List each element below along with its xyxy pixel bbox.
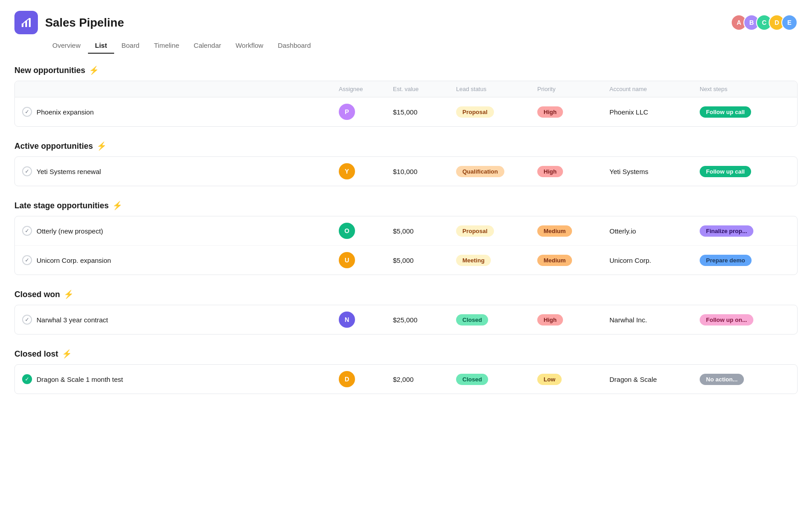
nav-calendar[interactable]: Calendar: [186, 38, 228, 53]
priority-badge: High: [537, 106, 563, 118]
assignee-avatar: O: [339, 223, 355, 239]
row-name: ✓ Unicorn Corp. expansion: [22, 255, 339, 265]
row-status: Proposal: [456, 106, 537, 118]
table-row[interactable]: ✓ Dragon & Scale 1 month test D $2,000 C…: [15, 365, 797, 394]
table-closed-lost: ✓ Dragon & Scale 1 month test D $2,000 C…: [14, 364, 798, 394]
status-badge: Proposal: [456, 225, 494, 237]
col-status: Lead status: [456, 86, 537, 92]
priority-badge: Medium: [537, 225, 572, 237]
priority-badge: High: [537, 314, 563, 325]
row-name: ✓ Dragon & Scale 1 month test: [22, 374, 339, 384]
section-closed-lost: Closed lost ⚡ ✓ Dragon & Scale 1 month t…: [14, 349, 798, 394]
assignee-avatar: N: [339, 312, 355, 328]
row-account: Unicorn Corp.: [609, 257, 700, 264]
table-row[interactable]: ✓ Otterly (new prospect) O $5,000 Propos…: [15, 216, 797, 246]
col-priority: Priority: [537, 86, 609, 92]
assignee-avatar: P: [339, 104, 355, 120]
row-value: $25,000: [393, 316, 456, 324]
page-header: Sales Pipeline A B C D E: [14, 11, 798, 34]
nav-workflow[interactable]: Workflow: [228, 38, 270, 53]
next-badge[interactable]: Follow up call: [700, 106, 751, 118]
row-priority: Low: [537, 374, 609, 385]
row-next: Finalize prop...: [700, 225, 790, 237]
row-name: ✓ Yeti Systems renewal: [22, 166, 339, 176]
nav-timeline[interactable]: Timeline: [147, 38, 186, 53]
row-value: $10,000: [393, 168, 456, 175]
next-badge[interactable]: Follow up on...: [700, 314, 753, 325]
section-title-closed-lost: Closed lost ⚡: [14, 349, 798, 359]
row-name: ✓ Otterly (new prospect): [22, 226, 339, 236]
status-badge: Qualification: [456, 166, 504, 177]
check-circle[interactable]: ✓: [22, 315, 32, 325]
nav-dashboard[interactable]: Dashboard: [271, 38, 318, 53]
col-name: [22, 86, 339, 92]
status-badge: Closed: [456, 374, 488, 385]
nav: Overview List Board Timeline Calendar Wo…: [45, 38, 798, 53]
check-circle[interactable]: ✓: [22, 255, 32, 265]
table-closed-won: ✓ Narwhal 3 year contract N $25,000 Clos…: [14, 305, 798, 335]
row-account: Yeti Systems: [609, 168, 700, 175]
row-priority: High: [537, 314, 609, 325]
app-title: Sales Pipeline: [45, 16, 124, 30]
nav-list[interactable]: List: [88, 38, 115, 53]
row-priority: Medium: [537, 255, 609, 266]
row-account: Dragon & Scale: [609, 376, 700, 383]
check-circle[interactable]: ✓: [22, 374, 32, 384]
section-title-late: Late stage opportunities ⚡: [14, 201, 798, 211]
nav-overview[interactable]: Overview: [45, 38, 88, 53]
row-assignee: D: [339, 371, 393, 387]
assignee-avatar: Y: [339, 163, 355, 179]
header-left: Sales Pipeline: [14, 11, 124, 34]
next-badge[interactable]: Follow up call: [700, 166, 751, 177]
table-row[interactable]: ✓ Phoenix expansion P $15,000 Proposal H…: [15, 97, 797, 126]
row-status: Closed: [456, 314, 537, 325]
check-circle[interactable]: ✓: [22, 226, 32, 236]
assignee-avatar: D: [339, 371, 355, 387]
lightning-icon: ⚡: [62, 349, 72, 359]
next-badge[interactable]: Finalize prop...: [700, 225, 753, 237]
row-assignee: O: [339, 223, 393, 239]
row-status: Proposal: [456, 225, 537, 237]
team-avatars: A B C D E: [731, 14, 798, 31]
table-row[interactable]: ✓ Yeti Systems renewal Y $10,000 Qualifi…: [15, 157, 797, 186]
col-assignee: Assignee: [339, 86, 393, 92]
row-name: ✓ Phoenix expansion: [22, 107, 339, 117]
row-next: Follow up call: [700, 166, 790, 177]
assignee-avatar: U: [339, 252, 355, 268]
lightning-icon: ⚡: [89, 65, 99, 75]
table-new-opportunities: Assignee Est. value Lead status Priority…: [14, 81, 798, 127]
section-title-active: Active opportunities ⚡: [14, 141, 798, 151]
col-next: Next steps: [700, 86, 790, 92]
table-active-opportunities: ✓ Yeti Systems renewal Y $10,000 Qualifi…: [14, 156, 798, 186]
main-content: New opportunities ⚡ Assignee Est. value …: [14, 65, 798, 394]
priority-badge: Low: [537, 374, 562, 385]
status-badge: Meeting: [456, 255, 491, 266]
table-row[interactable]: ✓ Unicorn Corp. expansion U $5,000 Meeti…: [15, 246, 797, 275]
next-badge[interactable]: Prepare demo: [700, 255, 752, 266]
row-value: $5,000: [393, 257, 456, 264]
lightning-icon: ⚡: [112, 201, 122, 211]
table-row[interactable]: ✓ Narwhal 3 year contract N $25,000 Clos…: [15, 305, 797, 334]
status-badge: Closed: [456, 314, 488, 325]
row-next: Prepare demo: [700, 255, 790, 266]
row-assignee: Y: [339, 163, 393, 179]
nav-board[interactable]: Board: [114, 38, 147, 53]
row-status: Meeting: [456, 255, 537, 266]
row-value: $2,000: [393, 376, 456, 383]
svg-rect-2: [29, 18, 31, 27]
check-circle[interactable]: ✓: [22, 107, 32, 117]
check-circle[interactable]: ✓: [22, 166, 32, 176]
row-priority: High: [537, 106, 609, 118]
row-value: $5,000: [393, 227, 456, 235]
col-account: Account name: [609, 86, 700, 92]
col-value: Est. value: [393, 86, 456, 92]
row-value: $15,000: [393, 108, 456, 116]
section-closed-won: Closed won ⚡ ✓ Narwhal 3 year contract N…: [14, 289, 798, 335]
status-badge: Proposal: [456, 106, 494, 118]
row-priority: High: [537, 166, 609, 177]
table-late-stage: ✓ Otterly (new prospect) O $5,000 Propos…: [14, 216, 798, 275]
next-badge[interactable]: No action...: [700, 374, 744, 385]
app-icon: [14, 11, 38, 34]
lightning-icon: ⚡: [97, 141, 106, 151]
section-active-opportunities: Active opportunities ⚡ ✓ Yeti Systems re…: [14, 141, 798, 186]
